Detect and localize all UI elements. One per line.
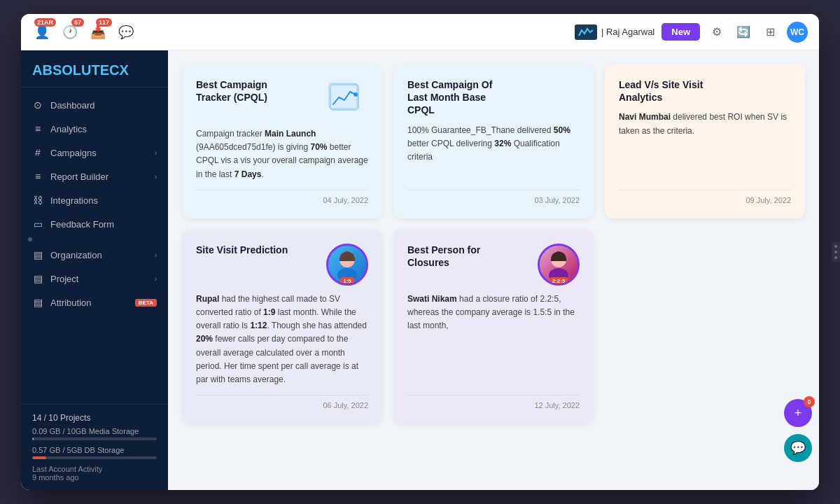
card-date-4: 06 July, 2022 bbox=[196, 395, 368, 410]
card-body-5: Swati Nikam had a closure ratio of 2.2:5… bbox=[407, 293, 580, 386]
swati-avatar-badge: 2:2:5 bbox=[550, 277, 568, 285]
main-layout: ABSOLUTECX ⊙ Dashboard ≡ Analytics # Cam… bbox=[21, 50, 819, 490]
dot-1 bbox=[28, 237, 32, 241]
sidebar-label-analytics: Analytics bbox=[50, 124, 157, 134]
sidebar-item-report-builder[interactable]: ≡ Report Builder › bbox=[21, 164, 168, 188]
sidebar-label-feedback-form: Feedback Form bbox=[50, 219, 157, 230]
card-date-2: 03 July, 2022 bbox=[407, 190, 580, 204]
topbar: 👤 21AR 🕐 87 📥 117 💬 | Raj Agarwal New bbox=[21, 14, 819, 50]
sidebar-label-project: Project bbox=[50, 274, 148, 284]
card-header-1: Best Campaign Tracker (CPQL) bbox=[196, 78, 368, 120]
settings-icon[interactable]: ⚙ bbox=[707, 22, 727, 42]
topbar-left: 👤 21AR 🕐 87 📥 117 💬 bbox=[32, 22, 136, 42]
sidebar-dots bbox=[21, 236, 168, 243]
db-storage-fill bbox=[32, 456, 46, 459]
organization-arrow: › bbox=[155, 251, 157, 259]
avatar[interactable]: WC bbox=[787, 22, 808, 43]
integrations-icon: ⛓ bbox=[32, 195, 43, 206]
card-header-5: Best Person for Closures 2:2:5 bbox=[407, 244, 580, 286]
card-date-3: 09 July, 2022 bbox=[619, 190, 791, 204]
sidebar-item-organization[interactable]: ▤ Organization › bbox=[21, 243, 168, 267]
card-date-5: 12 July, 2022 bbox=[407, 395, 580, 410]
attribution-beta-badge: BETA bbox=[135, 299, 157, 307]
project-icon: ▤ bbox=[32, 273, 43, 284]
report-builder-icon: ≡ bbox=[32, 171, 43, 182]
card-title-1: Best Campaign Tracker (CPQL) bbox=[196, 78, 300, 104]
sidebar-item-feedback-form[interactable]: ▭ Feedback Form bbox=[21, 212, 168, 236]
card-title-2: Best Campaign Of Last Month Base CPQL bbox=[407, 78, 511, 117]
fab-chat-button[interactable]: 💬 bbox=[784, 434, 812, 462]
campaign-chart-icon bbox=[328, 82, 367, 117]
sidebar-item-attribution[interactable]: ▤ Attribution BETA bbox=[21, 290, 168, 314]
svg-rect-1 bbox=[330, 85, 358, 110]
messages-icon-wrap[interactable]: 📥 117 bbox=[88, 22, 108, 42]
sidebar-footer: 14 / 10 Projects 0.09 GB / 10GB Media St… bbox=[21, 404, 168, 490]
card-lead-site-visit: Lead V/s Site Visit Analytics Navi Mumba… bbox=[605, 64, 805, 218]
notifications-badge: 21AR bbox=[34, 18, 56, 27]
card-body-4: Rupal had the highest call made to SV co… bbox=[196, 293, 368, 386]
grid-icon[interactable]: ⊞ bbox=[760, 22, 780, 42]
messages-badge: 117 bbox=[96, 18, 112, 27]
projects-count: 14 / 10 Projects bbox=[32, 413, 157, 423]
card-date-1: 04 July, 2022 bbox=[196, 190, 368, 204]
card-site-visit-prediction: Site Visit Prediction 1:5 bbox=[182, 230, 382, 424]
organization-icon: ▤ bbox=[32, 249, 43, 260]
new-button[interactable]: New bbox=[662, 23, 700, 41]
card-campaign-tracker: Best Campaign Tracker (CPQL) Campaign tr… bbox=[182, 64, 382, 218]
content-area: Best Campaign Tracker (CPQL) Campaign tr… bbox=[168, 50, 819, 490]
card-campaign-last-month: Best Campaign Of Last Month Base CPQL 10… bbox=[393, 64, 594, 218]
media-storage-fill bbox=[32, 438, 34, 440]
card-icon-1 bbox=[326, 78, 368, 120]
sidebar-item-analytics[interactable]: ≡ Analytics bbox=[21, 117, 168, 141]
svg-point-3 bbox=[354, 92, 358, 97]
db-storage-label: 0.57 GB / 5GB DB Storage bbox=[32, 446, 157, 454]
sidebar-item-dashboard[interactable]: ⊙ Dashboard bbox=[21, 93, 168, 117]
sidebar-item-project[interactable]: ▤ Project › bbox=[21, 267, 168, 290]
sidebar-label-campaigns: Campaigns bbox=[50, 148, 148, 158]
sidebar-nav: ⊙ Dashboard ≡ Analytics # Campaigns › ≡ … bbox=[21, 88, 168, 404]
user-name: | Raj Agarwal bbox=[601, 27, 654, 37]
media-storage-label: 0.09 GB / 10GB Media Storage bbox=[32, 427, 157, 435]
brand-logo-icon bbox=[575, 24, 597, 40]
sidebar-logo: ABSOLUTECX bbox=[21, 50, 168, 88]
card-header-4: Site Visit Prediction 1:5 bbox=[196, 244, 368, 286]
last-activity: Last Account Activity 9 months ago bbox=[32, 465, 157, 482]
avatar-swati: 2:2:5 bbox=[538, 244, 580, 286]
card-title-5: Best Person for Closures bbox=[407, 244, 511, 269]
campaigns-icon: # bbox=[32, 147, 43, 158]
analytics-icon: ≡ bbox=[32, 123, 43, 134]
refresh-icon[interactable]: 🔄 bbox=[734, 22, 753, 42]
card-body-1: Campaign tracker Main Launch (9AA605dced… bbox=[196, 127, 368, 181]
fab-add-icon: + bbox=[794, 406, 802, 421]
alerts-badge: 87 bbox=[71, 18, 84, 27]
chat-icon[interactable]: 💬 bbox=[116, 22, 136, 42]
campaigns-arrow: › bbox=[155, 149, 157, 157]
fab-area: + 0 💬 bbox=[784, 399, 812, 462]
card-best-person-closures: Best Person for Closures 2:2:5 bbox=[393, 230, 594, 424]
card-body-3: Navi Mumbai delivered best ROI when SV i… bbox=[619, 111, 791, 181]
sidebar-label-report-builder: Report Builder bbox=[50, 172, 148, 182]
sidebar-label-organization: Organization bbox=[50, 250, 148, 260]
sidebar: ABSOLUTECX ⊙ Dashboard ≡ Analytics # Cam… bbox=[21, 50, 168, 490]
fab-add-button[interactable]: + 0 bbox=[784, 399, 812, 427]
media-storage-bar bbox=[32, 438, 157, 440]
topbar-right: | Raj Agarwal New ⚙ 🔄 ⊞ WC bbox=[575, 22, 808, 43]
alerts-icon-wrap[interactable]: 🕐 87 bbox=[60, 22, 80, 42]
db-storage-bar bbox=[32, 456, 157, 459]
brand-logo: | Raj Agarwal bbox=[575, 24, 654, 40]
last-activity-label: Last Account Activity bbox=[32, 465, 102, 473]
notifications-icon-wrap[interactable]: 👤 21AR bbox=[32, 22, 52, 42]
dashboard-icon: ⊙ bbox=[32, 99, 43, 111]
report-builder-arrow: › bbox=[155, 173, 157, 181]
card-header-2: Best Campaign Of Last Month Base CPQL bbox=[407, 78, 580, 117]
cards-grid: Best Campaign Tracker (CPQL) Campaign tr… bbox=[182, 64, 805, 424]
fab-add-badge: 0 bbox=[804, 396, 815, 407]
sidebar-item-campaigns[interactable]: # Campaigns › bbox=[21, 141, 168, 164]
card-title-4: Site Visit Prediction bbox=[196, 244, 288, 256]
sidebar-item-integrations[interactable]: ⛓ Integrations bbox=[21, 188, 168, 212]
logo-text: ABSOLUTECX bbox=[32, 63, 157, 77]
card-header-3: Lead V/s Site Visit Analytics bbox=[619, 78, 791, 104]
fab-chat-icon: 💬 bbox=[790, 440, 806, 456]
rupal-avatar-badge: 1:5 bbox=[340, 277, 354, 285]
card-body-2: 100% Guarantee_FB_Thane delivered 50% be… bbox=[407, 124, 580, 181]
